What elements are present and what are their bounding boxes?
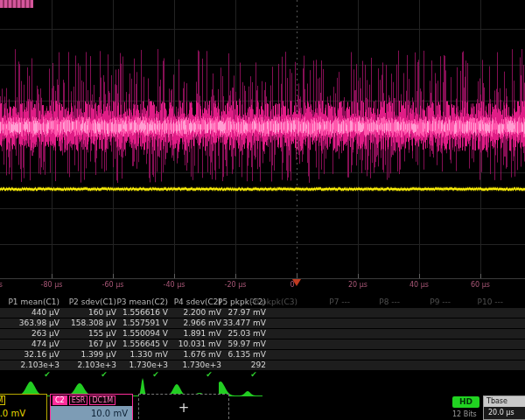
time-axis: -100 µs-80 µs-60 µs-40 µs-20 µs020 µs40 … — [0, 281, 525, 291]
c2-coupling-badge: DC1M — [89, 396, 116, 405]
axis-tick-label: 60 µs — [471, 281, 490, 289]
timebase-descriptor[interactable]: Tbase 20.0 µs — [483, 396, 525, 420]
axis-tick-label: 0 — [290, 281, 294, 289]
measure-value-sdev: 1.399 µV — [62, 350, 116, 360]
channel-descriptor-c2[interactable]: C2 ESR DC1M 10.0 mV — [50, 394, 133, 420]
measure-value-mean: 33.477 mV — [212, 318, 266, 328]
menu-highlight-badge[interactable] — [0, 0, 33, 8]
measure-value-num: 292 — [212, 360, 266, 370]
measure-value-sdev: 1.330 mV — [114, 350, 168, 360]
status-check-icon: ✔ — [149, 370, 163, 379]
measure-value-min: 155 µV — [62, 329, 116, 339]
measure-value-value: 160 µV — [62, 308, 116, 318]
axis-tick-label: -80 µs — [41, 281, 63, 289]
c1-coupling-badge: DC1M — [0, 396, 5, 405]
measure-value-min: 1.550094 V — [114, 329, 168, 339]
status-check-icon: ✔ — [97, 370, 111, 379]
axis-tick-label: 40 µs — [410, 281, 429, 289]
status-check-icon: ✔ — [202, 370, 216, 379]
status-check-icon: ✔ — [247, 370, 261, 379]
bit-depth-label: 12 Bits — [452, 410, 477, 418]
measure-column-header[interactable]: P9 --- — [396, 298, 451, 307]
measure-value-sdev: 6.135 mV — [212, 350, 266, 360]
measure-value-max: 167 µV — [62, 340, 116, 349]
oscilloscope-screen: -100 µs-80 µs-60 µs-40 µs-20 µs020 µs40 … — [0, 0, 525, 420]
timebase-value: 20.0 µs — [484, 407, 525, 416]
measure-value-value: 440 µV — [5, 308, 60, 318]
channel-descriptor-c1[interactable]: C1 DC1M 10.0 mV — [0, 394, 47, 420]
measure-value-num: 1.730e+3 — [114, 360, 168, 370]
axis-tick-label: -20 µs — [225, 281, 247, 289]
c2-label: C2 — [52, 396, 67, 405]
measure-value-mean: 1.557591 V — [114, 318, 168, 328]
measure-value-min: 25.03 mV — [212, 329, 266, 339]
axis-tick-label: -40 µs — [164, 281, 186, 289]
measure-value-sdev: 32.16 µV — [5, 350, 60, 360]
measure-value-max: 59.97 mV — [212, 340, 266, 349]
measure-column-header[interactable]: P1 mean(C1) — [5, 298, 60, 307]
timebase-title: Tbase — [484, 396, 525, 407]
measure-value-max: 1.556645 V — [114, 340, 168, 349]
measure-value-value: 27.97 mV — [212, 308, 266, 318]
measure-column-header[interactable]: P8 --- — [346, 298, 400, 307]
measure-value-mean: 363.98 µV — [5, 318, 60, 328]
hd-mode-badge[interactable]: HD — [452, 396, 480, 408]
measure-column-header[interactable]: P2 sdev(C1) — [62, 298, 116, 307]
c2-scale-value: 10.0 mV — [51, 406, 132, 420]
measure-column-header[interactable]: P3 mean(C2) — [114, 298, 168, 307]
measure-value-num: 2.103e+3 — [62, 360, 116, 370]
axis-tick-label: 20 µs — [348, 281, 368, 289]
measure-value-mean: 158.308 µV — [62, 318, 116, 328]
measure-column-header[interactable]: P10 --- — [449, 298, 503, 307]
measure-value-num: 2.103e+3 — [5, 360, 60, 370]
c2-esr-badge: ESR — [69, 396, 88, 405]
measure-column-header[interactable]: P6 pkpk(C3) — [243, 298, 298, 307]
measure-value-value: 1.556616 V — [114, 308, 168, 318]
status-check-icon: ✔ — [40, 370, 54, 379]
c1-scale-value: 10.0 mV — [0, 406, 46, 420]
plus-icon: + — [178, 400, 190, 416]
add-trace-button[interactable]: + — [138, 394, 229, 420]
measure-column-header[interactable]: P7 --- — [296, 298, 350, 307]
axis-tick-label: -100 µs — [0, 281, 3, 289]
measure-value-min: 263 µV — [5, 329, 60, 339]
measure-value-max: 474 µV — [5, 340, 60, 349]
axis-tick-label: -60 µs — [102, 281, 124, 289]
